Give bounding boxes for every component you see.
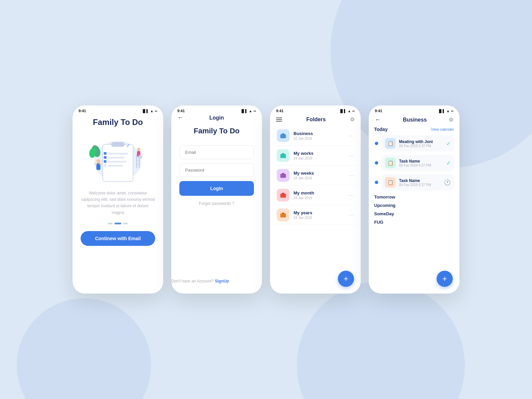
continue-email-button[interactable]: Continew with Email	[81, 231, 155, 246]
forgot-password-link[interactable]: Forgot passwords ?	[199, 201, 234, 206]
view-calendar-link[interactable]: View calender	[431, 127, 454, 131]
folder-date-myyears: 24 Jan 2019	[294, 216, 345, 220]
signal-icon: ▐▌▌	[142, 109, 149, 113]
email-field[interactable]	[179, 145, 254, 159]
phone-login: 9:41 ▐▌▌ ▲ ▪▪ ← Login Family To Do LogIn…	[171, 105, 262, 294]
fug-label: FUG	[374, 220, 454, 225]
task-status-done-1: ✓	[446, 140, 451, 147]
pagination-dots	[108, 223, 128, 224]
svg-text:✓: ✓	[98, 167, 101, 172]
add-folder-button[interactable]: +	[338, 271, 354, 287]
business-header: ← Business ⚙	[369, 114, 459, 127]
phone-folders: 9:41 ▐▌▌ ▲ ▪▪ Folders ⚙ Business 22 Jan …	[270, 105, 361, 294]
upcoming-label: Upcoming	[374, 203, 454, 208]
folder-info-business: Business 22 Jan 2019	[294, 131, 345, 140]
folder-icon-myweeks	[277, 169, 290, 182]
folder-more-business[interactable]: ⋯	[349, 133, 354, 139]
status-time-1: 9:41	[79, 109, 86, 113]
back-button-business[interactable]: ←	[375, 116, 381, 123]
status-time-2: 9:41	[177, 109, 185, 113]
battery-icon-3: ▪▪	[352, 109, 355, 113]
svg-rect-24	[136, 164, 140, 165]
svg-rect-33	[282, 153, 284, 154]
folder-name-myyears: My years	[294, 210, 345, 215]
task-card-2[interactable]: 📋 Task Name 09 Fav 2019 5:37 PM ✓	[382, 155, 454, 171]
task-name-2: Task Name	[399, 159, 443, 164]
folder-info-mymonth: My month 24 Jan 2019	[294, 190, 345, 200]
illustration: ✓ ✓ ✓	[84, 131, 151, 185]
timeline-dot-2	[375, 161, 378, 165]
status-bar-2: 9:41 ▐▌▌ ▲ ▪▪	[171, 105, 262, 114]
signup-link[interactable]: SignUp	[215, 279, 229, 283]
task-info-3: Task Name 09 Fav 2019 5:37 PM	[399, 178, 441, 187]
business-title: Business	[403, 117, 427, 123]
folder-item-business[interactable]: Business 22 Jan 2019 ⋯	[275, 126, 356, 146]
login-button[interactable]: LogIn	[179, 181, 254, 196]
onboard-content: Family To Do ✓	[73, 114, 163, 294]
login-header-title: Login	[183, 115, 250, 121]
status-time-4: 9:41	[375, 109, 382, 113]
back-button[interactable]: ←	[177, 114, 183, 121]
svg-rect-31	[282, 133, 284, 134]
phone-business: 9:41 ▐▌▌ ▲ ▪▪ ← Business ⚙ Today View ca…	[369, 105, 459, 294]
task-time-3: 09 Fav 2019 5:37 PM	[399, 183, 441, 187]
svg-rect-38	[280, 214, 286, 218]
folder-more-myyears[interactable]: ⋯	[349, 212, 354, 218]
folder-icon-myyears	[277, 209, 290, 221]
folder-date-mymonth: 24 Jan 2019	[294, 196, 345, 200]
status-icons-4: ▐▌▌ ▲ ▪▪	[438, 109, 453, 113]
task-info-1: Meating with Joni 09 Fav 2019 5:37 PM	[399, 139, 443, 148]
timeline-dot-1	[375, 142, 378, 145]
svg-point-14	[96, 159, 100, 163]
folder-icon-business	[277, 129, 290, 142]
battery-icon-2: ▪▪	[254, 109, 256, 113]
svg-rect-23	[136, 161, 140, 161]
folder-more-myweeks[interactable]: ⋯	[349, 172, 354, 179]
task-item-1: 📋 Meating with Joni 09 Fav 2019 5:37 PM …	[374, 135, 454, 151]
dot-2	[115, 223, 121, 224]
svg-rect-36	[280, 194, 286, 198]
add-task-button[interactable]: +	[437, 271, 453, 287]
task-card-3[interactable]: 📋 Task Name 09 Fav 2019 5:37 PM 🕐	[382, 174, 454, 190]
svg-rect-35	[282, 173, 284, 174]
phone-onboarding: 9:41 ▐▌▌ ▲ ▪▪ Family To Do	[73, 105, 163, 294]
svg-rect-4	[108, 157, 125, 159]
status-icons-2: ▐▌▌ ▲ ▪▪	[240, 109, 256, 113]
folder-more-mymonth[interactable]: ⋯	[349, 192, 354, 198]
svg-rect-30	[280, 134, 286, 138]
folder-more-myworks[interactable]: ⋯	[349, 152, 354, 159]
onboard-title: Family To Do	[93, 118, 143, 127]
password-field[interactable]	[179, 163, 254, 177]
tomorrow-label: Tomorrow	[374, 194, 454, 200]
folders-header: Folders ⚙	[270, 114, 361, 126]
today-section-header: Today View calender	[374, 127, 454, 132]
folder-item-myworks[interactable]: My works 24 Jan 2019 ⋯	[275, 146, 356, 166]
svg-rect-37	[282, 193, 284, 194]
folder-item-myyears[interactable]: My years 24 Jan 2019 ⋯	[275, 205, 356, 225]
business-settings-icon[interactable]: ⚙	[449, 117, 453, 123]
someday-label: SomeDay	[374, 211, 454, 216]
task-avatar-2: 📋	[385, 158, 396, 168]
svg-rect-5	[108, 161, 126, 163]
task-item-3: 📋 Task Name 09 Fav 2019 5:37 PM 🕐	[374, 174, 454, 190]
wifi-icon-3: ▲	[348, 109, 351, 113]
svg-point-18	[137, 148, 140, 151]
settings-icon[interactable]: ⚙	[350, 116, 355, 123]
folder-item-mymonth[interactable]: My month 24 Jan 2019 ⋯	[275, 185, 356, 205]
svg-rect-17	[99, 164, 102, 165]
battery-icon-4: ▪▪	[451, 109, 453, 113]
folders-title: Folders	[306, 117, 326, 123]
folder-info-myworks: My works 24 Jan 2019	[294, 151, 345, 160]
task-card-1[interactable]: 📋 Meating with Joni 09 Fav 2019 5:37 PM …	[382, 135, 454, 151]
wifi-icon-4: ▲	[446, 109, 450, 113]
svg-rect-39	[282, 213, 284, 214]
future-sections: Tomorrow Upcoming SomeDay FUG	[374, 194, 454, 225]
svg-text:✓: ✓	[104, 153, 106, 155]
folder-date-myworks: 24 Jan 2019	[294, 157, 345, 160]
folder-info-myyears: My years 24 Jan 2019	[294, 210, 345, 220]
battery-icon: ▪▪	[155, 109, 157, 113]
folder-icon-mymonth	[277, 189, 290, 202]
hamburger-menu[interactable]	[276, 118, 282, 122]
folder-item-myweeks[interactable]: My weeks 24 Jan 2019 ⋯	[275, 166, 356, 185]
signup-section: Don't have an Account? SignUp	[171, 279, 229, 283]
